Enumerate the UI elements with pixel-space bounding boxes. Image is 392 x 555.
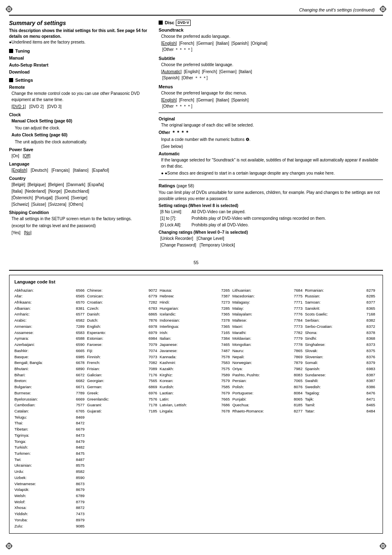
lang-name: English: <box>87 324 143 330</box>
lang-name: Tatar: <box>305 408 361 415</box>
lang-code: 7789 <box>71 390 85 396</box>
lang-name: Lithuanian: <box>232 288 288 294</box>
lang-name: Cambodian: <box>14 402 71 408</box>
subtitle-body: Choose the preferred subtitle language. … <box>161 62 383 81</box>
lang-name: Nauru: <box>232 348 288 354</box>
lang-name: Indonesian: <box>160 318 216 324</box>
tuning-download: Download <box>9 69 149 74</box>
list-item: Latvian, Lettish:7686 <box>160 402 230 408</box>
lang-name: Slovak: <box>305 348 361 354</box>
lang-code: 7365 <box>217 311 230 318</box>
lang-name: Japanese: <box>160 342 216 348</box>
other-see-below: (See below) <box>161 143 383 150</box>
lang-code: 7289 <box>71 324 85 330</box>
right-column: Disc DVD-V Soundtrack Choose the preferr… <box>159 20 383 252</box>
lang-name: Latin: <box>160 396 216 403</box>
lang-col-5: Telugu:8469Thai:8472Tibetan:6679Tigrinya… <box>14 415 87 530</box>
bottom-rule <box>9 270 383 271</box>
list-item: Guarani:7178 <box>87 402 157 408</box>
lang-code: 8277 <box>289 408 302 415</box>
list-item: Lithuanian:7684 <box>232 288 302 294</box>
lang-code: 6570 <box>71 299 85 306</box>
remote-opt-1: [DVD 1] <box>12 104 26 109</box>
lang-code: 8084 <box>289 390 302 396</box>
list-item: Hebrew:7387 <box>160 293 230 299</box>
sub-opt-6: [Spanish] <box>162 76 180 80</box>
list-item: Quechua:8185 <box>232 402 302 408</box>
rating-val-2: Prohibits play of DVD-Video with corresp… <box>191 215 383 222</box>
original-title: Original <box>159 116 383 121</box>
lang-code: 8368 <box>362 336 375 342</box>
shipping-opt-1: [Yes] <box>12 230 21 235</box>
list-item: Turkish:8482 <box>14 444 85 451</box>
list-item: Byelorussian:6669 <box>14 396 85 403</box>
lang-code: 8377 <box>362 299 375 306</box>
lang-code: 8185 <box>289 402 302 408</box>
shipping-body: The all settings in the SETUP screen ret… <box>12 216 149 229</box>
lang-name: Kannada: <box>160 354 216 360</box>
list-item: Maltese:7784 <box>232 318 302 324</box>
lang-code: 8365 <box>362 306 375 312</box>
sub-opt-3: [French] <box>202 69 217 74</box>
page-title: Changing the unit's settings (continued) <box>299 7 375 12</box>
lang-name: Urdu: <box>14 469 71 475</box>
lang-name: Bhutani: <box>14 366 71 372</box>
lang-code: 8779 <box>71 499 85 505</box>
original-body: The original language of each disc will … <box>161 122 383 128</box>
lang-code: 7073 <box>144 354 157 360</box>
list-item: Wolof:8779 <box>14 499 85 505</box>
sub-opt-1: [Automatic] <box>161 69 182 74</box>
menu-opt-2: [French] <box>179 98 194 102</box>
lang-name: Serbo-Croatian: <box>305 324 361 330</box>
sound-opt-4: [Italian] <box>216 41 229 46</box>
lang-code: 8484 <box>362 408 375 415</box>
change-opt-4: [Temporary Unlock] <box>200 243 235 247</box>
list-item: Zulu:9085 <box>14 523 85 530</box>
lang-code: 6679 <box>71 426 85 433</box>
list-item: Tamil:8465 <box>305 402 375 408</box>
sound-opt-5: [Spanish] <box>231 41 249 46</box>
list-item: Interlingua:7365 <box>160 324 230 330</box>
lang-code: 7465 <box>217 342 230 348</box>
country-opt-3: [Belgien] <box>48 182 64 187</box>
list-item: Thai:8472 <box>14 420 85 426</box>
lang-name: Sundanese: <box>305 372 361 378</box>
country-opt-5: [España] <box>88 182 104 187</box>
other-title: Other ＊＊＊＊ <box>159 130 383 136</box>
country-opt-4: [Danmark] <box>66 182 85 187</box>
sound-opt-7: [Other ＊＊＊＊] <box>162 47 192 52</box>
sound-opt-2: [French] <box>179 41 194 46</box>
rating-key-3: [0 Lock All]: <box>160 222 189 228</box>
lang-name: Icelandic: <box>160 311 216 318</box>
list-item: Spanish:6983 <box>305 366 375 372</box>
lang-table-title: Language code list <box>14 279 378 284</box>
lang-name: Tajik: <box>305 396 361 403</box>
list-item: Oriya:7982 <box>232 366 302 372</box>
lang-code: 8479 <box>71 439 85 445</box>
lang-code: 9072 <box>144 288 157 294</box>
lang-code: 8590 <box>71 475 85 481</box>
country-opt-10: [Österreich] <box>12 196 33 200</box>
lang-code: 6665 <box>71 348 85 354</box>
country-opt-8: [Norge] <box>48 189 62 193</box>
lang-name: Fiji: <box>87 348 143 354</box>
changing-ratings-options: [Unlock Recorder] [Change Level] [Change… <box>160 235 383 249</box>
list-item: Xhosa:8872 <box>14 505 85 511</box>
list-item: Fiji:7074 <box>87 348 157 354</box>
lang-code: 8382 <box>362 318 375 324</box>
lang-code: 7387 <box>217 293 230 299</box>
lang-name: Nepali: <box>232 354 288 360</box>
summary-desc-bold: This description shows the initial setti… <box>9 28 147 39</box>
lang-name: Malagasy: <box>232 299 288 306</box>
lang-name: Kurdish: <box>160 384 216 390</box>
lang-code: 6588 <box>71 336 85 342</box>
lang-code: 6979 <box>144 330 157 336</box>
lang-name: Vietnamese: <box>14 481 71 487</box>
list-item: Croatian:7282 <box>87 299 157 306</box>
lang-name: Zulu: <box>14 523 71 530</box>
list-item: Afar:6565 <box>14 293 85 299</box>
list-item: Somali:8379 <box>305 360 375 366</box>
list-item: Hungarian:7285 <box>160 306 230 312</box>
list-item: English:6978 <box>87 324 157 330</box>
lang-name: Amharic: <box>14 311 71 318</box>
